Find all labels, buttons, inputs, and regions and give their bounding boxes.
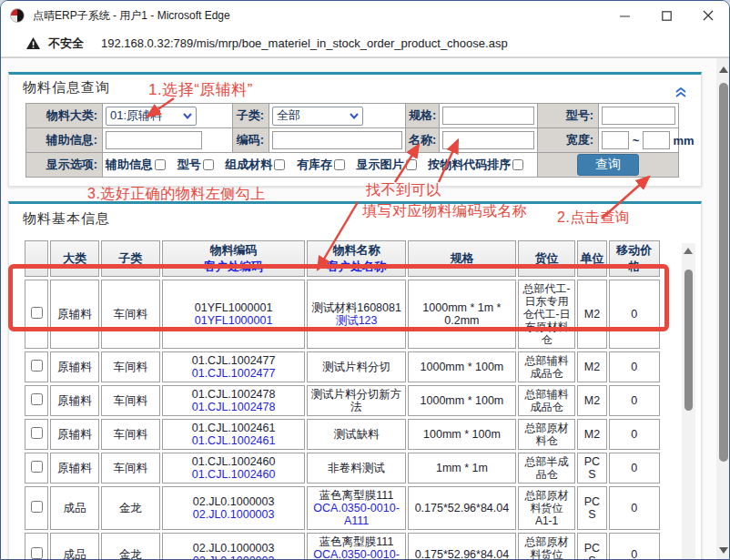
cell-name: 测试材料1608081 测试123 — [307, 280, 406, 349]
cell-spec: 1000mm * 100m — [408, 351, 516, 382]
cell-subcategory: 车间料 — [101, 419, 160, 450]
cell-price: 0 — [609, 419, 660, 450]
row-select-checkbox[interactable] — [31, 307, 43, 319]
material-category-value: 01:原辅料 — [110, 107, 162, 124]
model-input[interactable] — [602, 107, 675, 125]
cell-unit: PCS — [577, 453, 606, 484]
cell-subcategory: 车间料 — [101, 280, 160, 349]
cell-spec: 100mm * 100m — [408, 419, 516, 450]
table-row: 原辅料 车间料 01.CJL.1002461 01.CJL.1002461 测试… — [25, 419, 660, 450]
minimize-button[interactable] — [603, 1, 645, 30]
query-form: 物料大类: 01:原辅料 子类: 全部 规格: — [25, 103, 679, 178]
cell-name: 测试片料分切 — [307, 351, 406, 382]
cell-code: 01.CJL.1002461 01.CJL.1002461 — [162, 419, 305, 450]
customer-code: 01.CJL.1002477 — [166, 367, 301, 380]
query-panel: 物料信息查询 物料大类: 01:原辅料 子类: — [8, 72, 702, 187]
maximize-icon — [662, 11, 672, 21]
cell-price: 0 — [609, 385, 660, 416]
minimize-icon — [620, 11, 630, 21]
cell-spec: 0.175*52.96*84.04 — [408, 533, 516, 560]
cell-category: 成品 — [50, 486, 98, 530]
row-select-checkbox[interactable] — [31, 427, 43, 439]
column-header: 单位 — [577, 240, 606, 277]
material-name: 测试材料1608081 — [310, 301, 402, 314]
row-select-checkbox[interactable] — [31, 501, 43, 513]
width-max-input[interactable] — [643, 131, 670, 149]
column-header — [25, 240, 48, 277]
scroll-up-arrow-icon[interactable] — [684, 248, 693, 254]
table-row: 原辅料 车间料 01.CJL.1002477 01.CJL.1002477 测试… — [25, 351, 660, 382]
cell-spec: 1000mm * 1m * 0.2mm — [408, 280, 516, 349]
display-option: 组成材料 — [225, 157, 285, 173]
customer-code: 02.JL0.1000003 — [166, 555, 301, 560]
row-select-checkbox[interactable] — [31, 461, 43, 473]
cell-price: 0 — [609, 453, 660, 484]
window-title: 点晴ERP子系统 - 用户1 - Microsoft Edge — [33, 8, 230, 24]
row-select-checkbox[interactable] — [31, 360, 43, 372]
collapse-panel-icon[interactable] — [674, 87, 687, 98]
row-select-checkbox[interactable] — [31, 393, 43, 405]
browser-window: 点晴ERP子系统 - 用户1 - Microsoft Edge 不安全 192.… — [0, 0, 730, 560]
width-min-input[interactable] — [602, 131, 629, 149]
material-name: 测试缺料 — [310, 428, 402, 441]
address-bar[interactable]: 不安全 192.168.0.32:789/mis/mrp/boe_materie… — [1, 30, 729, 57]
customer-name: OCA.0350-0010-A111 — [310, 548, 402, 560]
row-select-checkbox[interactable] — [31, 547, 43, 559]
column-header: 大类 — [50, 240, 98, 277]
code-input[interactable] — [272, 131, 402, 149]
table-row: 成品 金龙 02.JL0.1000003 02.JL0.1000003 蓝色离型… — [25, 486, 660, 530]
cell-unit: PCS — [577, 486, 606, 530]
cell-name: 非卷料测试 — [307, 453, 406, 484]
close-button[interactable] — [687, 1, 729, 30]
cell-location: 总部原材料货位 A1-1 — [518, 533, 575, 560]
table-body: 原辅料 车间料 01YFL1000001 01YFL1000001 测试材料16… — [25, 280, 660, 560]
cell-spec: 1000mm * 100m — [408, 385, 516, 416]
cell-spec: 1mm * 1m — [408, 453, 516, 484]
display-option-checkbox[interactable] — [155, 159, 166, 170]
cell-location: 总部辅料成品仓 — [518, 351, 575, 382]
display-option-checkbox[interactable] — [274, 159, 285, 170]
subcategory-select[interactable]: 全部 — [272, 107, 363, 126]
table-row: 原辅料 车间料 01YFL1000001 01YFL1000001 测试材料16… — [25, 280, 660, 349]
not-secure-warning-icon — [26, 37, 40, 49]
display-option-label: 按物料代码排序 — [428, 157, 511, 173]
name-input[interactable] — [442, 131, 534, 149]
table-row: 原辅料 车间料 01.CJL.1002478 01.CJL.1002478 测试… — [25, 385, 660, 416]
table-scrollbar-thumb[interactable] — [684, 270, 693, 411]
cell-category: 成品 — [50, 533, 98, 560]
cell-subcategory: 车间料 — [101, 385, 160, 416]
cell-spec: 0.175*52.96*84.04 — [408, 486, 516, 530]
cell-price: 0 — [609, 280, 660, 349]
display-option-checkbox[interactable] — [406, 159, 417, 170]
query-button[interactable]: 查询 — [577, 154, 639, 176]
spec-input[interactable] — [442, 107, 534, 125]
display-option-checkbox[interactable] — [334, 159, 345, 170]
scrollbar-down-arrow-icon[interactable] — [719, 547, 728, 554]
aux-info-input[interactable] — [106, 131, 202, 149]
cell-name: 测试缺料 — [307, 419, 406, 450]
customer-code: 01.CJL.1002478 — [166, 401, 301, 413]
cell-price: 0 — [609, 533, 660, 560]
display-option-label: 型号 — [177, 157, 201, 173]
material-code: 02.JL0.1000003 — [166, 495, 301, 508]
material-category-select[interactable]: 01:原辅料 — [106, 107, 197, 126]
subcategory-value: 全部 — [277, 107, 300, 124]
page-scrollbar[interactable] — [716, 58, 730, 560]
subcategory-label: 子类: — [233, 104, 269, 128]
display-option-checkbox[interactable] — [512, 159, 523, 170]
cell-name: 蓝色离型膜111 OCA.0350-0010-A111 — [307, 486, 406, 530]
material-name: 测试片料分切 — [310, 361, 402, 373]
material-category-label: 物料大类: — [26, 104, 103, 128]
column-header: 货位 — [518, 240, 575, 277]
cell-code: 02.JL0.1000003 02.JL0.1000003 — [162, 533, 305, 560]
materials-panel: 物料基本信息 大类 — [8, 201, 702, 560]
display-option-checkbox[interactable] — [203, 159, 214, 170]
table-header-row: 大类 子类 物料编码 客户处编码 — [25, 240, 660, 277]
scrollbar-up-arrow-icon[interactable] — [719, 66, 728, 73]
page-scrollbar-thumb[interactable] — [719, 83, 728, 462]
cell-price: 0 — [609, 351, 660, 382]
column-sublabel: 客户处编码 — [165, 259, 302, 275]
material-code: 01.CJL.1002478 — [166, 388, 301, 401]
table-scrollbar[interactable] — [682, 243, 695, 560]
maximize-button[interactable] — [645, 1, 687, 30]
